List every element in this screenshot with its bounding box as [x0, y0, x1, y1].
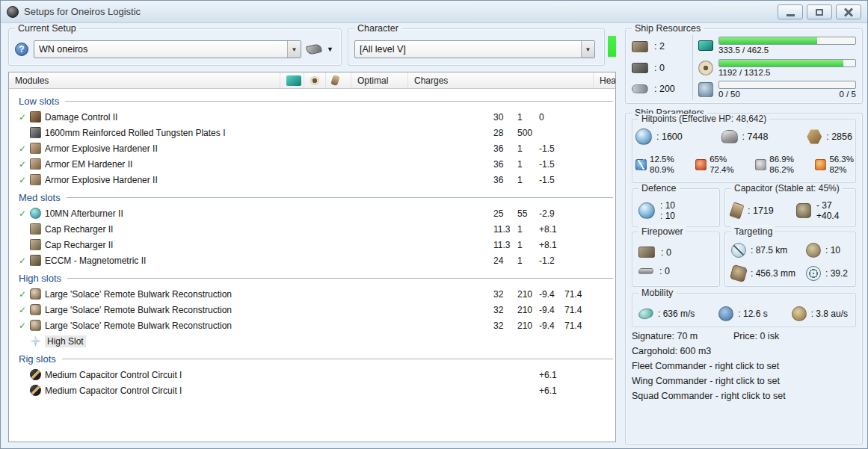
- kinetic-resist-group: 86.9%86.2%: [755, 154, 794, 175]
- capacitor-column-header[interactable]: [326, 72, 351, 88]
- resist-values: 12.5%80.9%: [650, 154, 674, 175]
- fleet-commander-setting[interactable]: Fleet Commander - right click to set: [632, 359, 786, 374]
- module-row[interactable]: ✓Large 'Solace' Remote Bulwark Reconstru…: [9, 286, 615, 302]
- module-name: Armor Explosive Hardener II: [45, 143, 158, 154]
- dronebay-icon: [698, 82, 713, 97]
- module-row[interactable]: High Slot: [9, 333, 615, 349]
- module-row[interactable]: ✓Large 'Solace' Remote Bulwark Reconstru…: [9, 318, 615, 333]
- section-divider: [65, 101, 613, 102]
- max-velocity-icon: [638, 307, 655, 321]
- bar-usage-text: 333.5 / 462.5: [718, 46, 769, 55]
- module-row[interactable]: ✓Armor Explosive Hardener II361-1.5: [9, 140, 615, 156]
- module-name-cell: Cap Recharger II: [9, 223, 487, 235]
- module-row[interactable]: ✓10MN Afterburner II2555-2.9: [9, 205, 615, 221]
- cpu-value: 36: [487, 159, 511, 170]
- fitting-menu-chevron-icon[interactable]: ▼: [327, 46, 333, 53]
- optimal-value: 71.4: [558, 289, 615, 300]
- section-label: Rig slots: [19, 353, 56, 365]
- turret-hardpoints-icon: [632, 41, 648, 52]
- module-name-cell: ✓10MN Afterburner II: [9, 208, 487, 219]
- pg-value: 1: [511, 143, 533, 154]
- module-row[interactable]: ✓Damage Control II3010: [9, 109, 615, 125]
- module-row[interactable]: ✓Armor Explosive Hardener II361-1.5: [9, 172, 615, 188]
- module-row[interactable]: ✓Armor EM Hardener II361-1.5: [9, 156, 615, 172]
- resource-bar-row: 1192 / 1312.5: [698, 58, 856, 78]
- module-name: 10MN Afterburner II: [45, 208, 123, 219]
- heat-column-header[interactable]: Hea: [594, 72, 615, 88]
- active-check-icon: ✓: [19, 289, 30, 300]
- module-name-cell: ✓Armor Explosive Hardener II: [9, 174, 487, 185]
- active-check-icon: ✓: [19, 256, 30, 266]
- close-button[interactable]: [836, 4, 861, 19]
- cpu-value: 32: [487, 289, 511, 300]
- resource-stat: : 200: [632, 79, 687, 99]
- chevron-down-icon[interactable]: ▼: [581, 41, 594, 58]
- cap-value: -1.5: [533, 159, 558, 170]
- max-targets-icon: [806, 243, 821, 258]
- capacitor-icon: [330, 75, 340, 86]
- hp-value: : 7448: [742, 131, 769, 142]
- module-name-cell: ✓ECCM - Magnetometric II: [9, 255, 487, 266]
- cpu-column-header[interactable]: [280, 72, 304, 88]
- module-name: Armor Explosive Hardener II: [45, 175, 158, 185]
- cpu-value: 25: [487, 208, 511, 219]
- pg-value: 210: [511, 321, 533, 331]
- current-setup-value: WN oneiros: [34, 44, 287, 55]
- price-value: Price: 0 isk: [733, 329, 779, 344]
- help-icon[interactable]: ?: [15, 43, 28, 56]
- wing-commander-setting[interactable]: Wing Commander - right click to set: [632, 374, 786, 388]
- slot-section-header: High slots: [9, 270, 615, 286]
- hp-group: : 7448: [721, 130, 769, 143]
- module-name-cell: ✓Large 'Solace' Remote Bulwark Reconstru…: [9, 288, 487, 300]
- active-check-icon: ✓: [19, 175, 30, 185]
- shield-resist-value: 56.3%: [829, 154, 854, 164]
- module-name-cell: ✓Large 'Solace' Remote Bulwark Reconstru…: [9, 304, 487, 315]
- sensor-strength-value: : 39.2: [825, 268, 848, 279]
- resource-bar-text: 333.5 / 462.5: [718, 46, 856, 55]
- minimize-button[interactable]: [778, 4, 803, 19]
- current-setup-combobox[interactable]: WN oneiros ▼: [34, 40, 301, 58]
- maximize-button[interactable]: [807, 4, 832, 19]
- module-name-cell: ✓Armor EM Hardener II: [9, 158, 487, 170]
- title-bar[interactable]: Setups for Oneiros Logistic: [1, 1, 867, 23]
- hitpoints-values: : 1600: 7448: 2856: [635, 128, 852, 145]
- ship-fitting-icon[interactable]: [306, 43, 322, 55]
- character-combobox[interactable]: [All level V] ▼: [354, 40, 595, 58]
- modules-table: Modules Optimal Charges Hea Low slots✓Da…: [8, 72, 616, 442]
- hp-value: : 1600: [656, 131, 683, 142]
- armor-resist-value: 82%: [829, 164, 854, 175]
- section-divider: [67, 278, 613, 279]
- module-name: Cap Recharger II: [45, 240, 113, 250]
- character-status-indicator: [608, 36, 616, 57]
- capacitor-drain: - 37: [816, 200, 849, 211]
- powergrid-icon: [310, 76, 319, 85]
- module-row[interactable]: ✓ECCM - Magnetometric II241-1.2: [9, 253, 615, 268]
- eft-window: Setups for Oneiros Logistic Current Setu…: [0, 0, 868, 449]
- defence-shield-icon: [638, 202, 655, 219]
- module-row[interactable]: Medium Capacitor Control Circuit I+6.1: [9, 383, 615, 398]
- calibration-icon: [632, 84, 648, 93]
- cap-value: -9.4: [533, 321, 558, 331]
- section-divider: [62, 359, 613, 359]
- modules-column-header[interactable]: Modules: [9, 72, 280, 88]
- module-row[interactable]: Medium Capacitor Control Circuit I+6.1: [9, 367, 615, 383]
- module-row[interactable]: Cap Recharger II11.31+8.1: [9, 221, 615, 237]
- pg-value: 1: [511, 175, 533, 185]
- module-row[interactable]: ✓Large 'Solace' Remote Bulwark Reconstru…: [9, 302, 615, 318]
- module-row[interactable]: 1600mm Reinforced Rolled Tungsten Plates…: [9, 125, 615, 140]
- active-check-icon: ✓: [19, 208, 30, 219]
- resource-bar: [718, 81, 856, 89]
- pg-value: 210: [511, 305, 533, 315]
- pg-value: 500: [511, 128, 533, 138]
- powergrid-column-header[interactable]: [304, 72, 326, 88]
- resource-value: : 200: [654, 84, 675, 94]
- charges-column-header[interactable]: Charges: [408, 72, 594, 88]
- app-icon: [7, 6, 19, 18]
- resource-bar-row: 333.5 / 462.5: [698, 35, 856, 56]
- squad-commander-setting[interactable]: Squad Commander - right click to set: [632, 388, 786, 403]
- optimal-column-header[interactable]: Optimal: [351, 72, 408, 88]
- chevron-down-icon[interactable]: ▼: [287, 41, 301, 58]
- optimal-value: 71.4: [558, 321, 615, 331]
- module-row[interactable]: Cap Recharger II11.31+8.1: [9, 237, 615, 253]
- rig-icon: [30, 385, 41, 396]
